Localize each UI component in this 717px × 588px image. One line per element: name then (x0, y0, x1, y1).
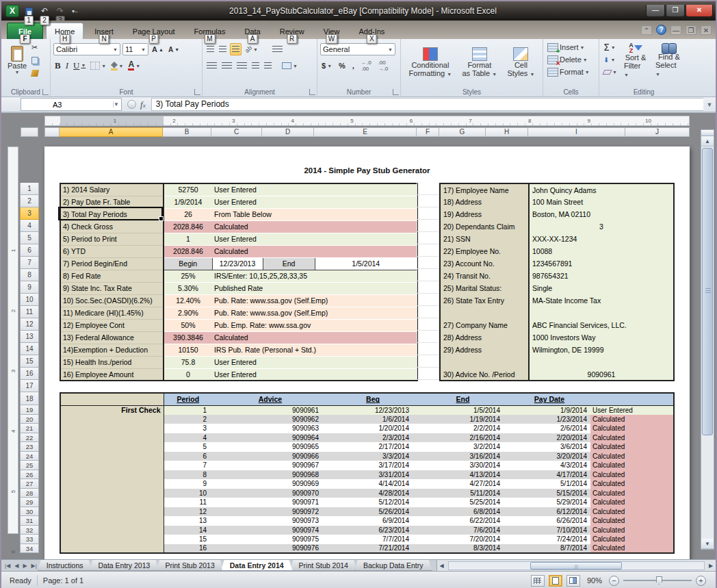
schedule-cell-beg[interactable]: 5/26/2014 (328, 507, 417, 517)
schedule-cell-end[interactable]: 4/13/2014 (417, 470, 508, 480)
percent-style-button[interactable]: % (337, 60, 347, 72)
schedule-row-label[interactable] (60, 516, 164, 526)
row-header-19[interactable]: 19 (20, 405, 39, 415)
sheet-tab-print-stub-2013[interactable]: Print Stub 2013 (156, 560, 223, 571)
align-right-button[interactable] (235, 60, 248, 72)
schedule-cell-end[interactable]: 3/2/2014 (417, 442, 508, 452)
row-header-34[interactable]: 34 (20, 544, 39, 554)
cell-note[interactable]: From Table Below (212, 208, 417, 220)
cell-note[interactable]: User Entered (212, 183, 417, 196)
schedule-header-advice[interactable]: Advice (212, 393, 328, 405)
cell-value[interactable]: 25% (164, 270, 212, 282)
workbook-minimize-icon[interactable]: — (670, 25, 681, 35)
cell-label[interactable]: 7) Period Begin/End (60, 257, 164, 270)
schedule-cell-paydate[interactable]: 7/10/2014 (508, 526, 590, 535)
cell-label[interactable]: 25) Marital Status: (440, 282, 529, 294)
cell-value[interactable]: 3 (529, 220, 674, 233)
cell-label[interactable]: 28) Address (440, 331, 529, 344)
ribbon-tab-add-ins[interactable]: Add-InsX (350, 24, 393, 39)
schedule-cell-period[interactable]: 9 (164, 479, 212, 489)
schedule-cell-beg[interactable]: 4/14/2014 (328, 479, 417, 489)
clipboard-dialog-launcher-icon[interactable] (42, 89, 49, 95)
zoom-slider-thumb[interactable] (656, 576, 662, 585)
row-header-24[interactable]: 24 (20, 452, 39, 461)
schedule-row-label[interactable] (60, 442, 164, 452)
cell-note[interactable]: Published Rate (212, 282, 417, 294)
cell-begin-label[interactable]: Begin (164, 257, 212, 270)
italic-button[interactable]: I (64, 60, 70, 72)
qat-save-button[interactable]: 1 (22, 5, 36, 17)
row-header-13[interactable]: 13 (20, 331, 39, 343)
cell-value[interactable]: Single (529, 282, 674, 294)
schedule-cell-paydate[interactable]: 5/1/2014 (508, 479, 590, 489)
schedule-cell-advice[interactable]: 9090969 (212, 479, 328, 489)
schedule-cell-period[interactable]: 13 (164, 516, 212, 526)
grid-cell[interactable] (417, 343, 439, 355)
schedule-row-label[interactable] (60, 535, 164, 544)
schedule-cell-paydate[interactable]: 5/29/2014 (508, 498, 590, 507)
cell-value[interactable]: 987654321 (529, 270, 674, 282)
schedule-cell-paydate[interactable]: 3/6/2014 (508, 442, 590, 452)
column-header-G[interactable]: G (439, 127, 486, 137)
row-header-28[interactable]: 28 (20, 489, 39, 498)
schedule-cell-paydate[interactable]: 2/20/2014 (508, 433, 590, 443)
cell-value[interactable]: 12.40% (164, 294, 212, 307)
row-header-33[interactable]: 33 (20, 535, 39, 544)
schedule-cell-advice[interactable]: 9090965 (212, 442, 328, 452)
schedule-cell-status[interactable]: Calculated (590, 516, 674, 526)
schedule-cell-status[interactable]: Calculated (590, 544, 674, 554)
schedule-cell-advice[interactable]: 9090964 (212, 433, 328, 443)
cell-value[interactable]: XXX-XX-1234 (529, 233, 674, 245)
expand-formula-bar-icon[interactable]: ▼ (703, 101, 716, 108)
zoom-slider[interactable] (623, 580, 692, 581)
schedule-header-beg[interactable]: Beg (328, 393, 417, 405)
schedule-cell-period[interactable]: 16 (164, 544, 212, 554)
cell-label[interactable]: 24) Transit No. (440, 270, 529, 282)
column-header-H[interactable]: H (486, 127, 528, 137)
top-align-button[interactable] (205, 43, 216, 55)
row-header-12[interactable]: 12 (20, 318, 39, 331)
qat-undo-button[interactable]: ↶2 (38, 5, 51, 17)
schedule-cell-end[interactable]: 6/22/2014 (417, 516, 508, 526)
cell-label[interactable]: 20) Dependants Claim (440, 220, 529, 233)
row-header-31[interactable]: 31 (20, 516, 39, 526)
workbook-restore-icon[interactable]: ❐ (686, 25, 696, 35)
schedule-cell-period[interactable]: 1 (164, 405, 212, 415)
row-header-15[interactable]: 15 (20, 355, 39, 368)
schedule-cell-end[interactable]: 6/8/2014 (417, 507, 508, 517)
schedule-cell-advice[interactable]: 9090976 (212, 544, 328, 554)
sheet-tab-instructions[interactable]: Instructions (38, 560, 92, 571)
schedule-cell-end[interactable]: 1/5/2014 (417, 405, 508, 415)
workbook-close-icon[interactable]: ✕ (701, 25, 712, 35)
grid-cell[interactable] (417, 183, 439, 195)
qat-customize-button[interactable]: ▾ ̶ (67, 5, 81, 17)
schedule-cell-paydate[interactable]: 6/26/2014 (508, 516, 590, 526)
cell-end-date[interactable]: 1/5/2014 (315, 257, 417, 270)
row-header-20[interactable]: 20 (20, 415, 39, 424)
schedule-cell-beg[interactable]: 2/3/2014 (328, 433, 417, 443)
fx-icon[interactable]: fx (140, 99, 146, 110)
schedule-cell-advice[interactable]: 9090972 (212, 507, 328, 517)
vertical-scrollbar[interactable]: ▲ ▼ (701, 129, 714, 550)
schedule-cell-beg[interactable]: 7/7/2014 (328, 535, 417, 544)
schedule-cell-period[interactable]: 2 (164, 415, 212, 424)
row-header-1[interactable]: 1 (20, 183, 39, 195)
schedule-cell-beg[interactable]: 6/9/2014 (328, 516, 417, 526)
vertical-scroll-thumb[interactable] (702, 148, 713, 435)
insert-function-button[interactable] (127, 100, 136, 109)
schedule-cell-advice[interactable]: 9090961 (212, 405, 328, 415)
cell-value[interactable]: 100 Main Street (529, 196, 674, 208)
cell-note[interactable]: Calculated (212, 220, 417, 233)
alignment-dialog-launcher-icon[interactable] (309, 89, 315, 95)
cell-label[interactable]: 1) 2014 Salary (60, 183, 164, 196)
schedule-cell-advice[interactable]: 9090970 (212, 489, 328, 498)
schedule-cell-advice[interactable]: 9090974 (212, 526, 328, 535)
minimize-button[interactable]: — (646, 5, 665, 17)
help-icon[interactable]: ? (656, 25, 666, 35)
cell-value[interactable]: Wilmington, DE 19999 (529, 344, 674, 356)
cell-note[interactable]: Calculated (212, 245, 417, 257)
row-header-22[interactable]: 22 (20, 433, 39, 443)
find-select-button[interactable]: Find &Select ▼ (653, 41, 686, 79)
schedule-cell-status[interactable]: Calculated (590, 489, 674, 498)
schedule-cell-status[interactable]: Calculated (590, 433, 674, 443)
